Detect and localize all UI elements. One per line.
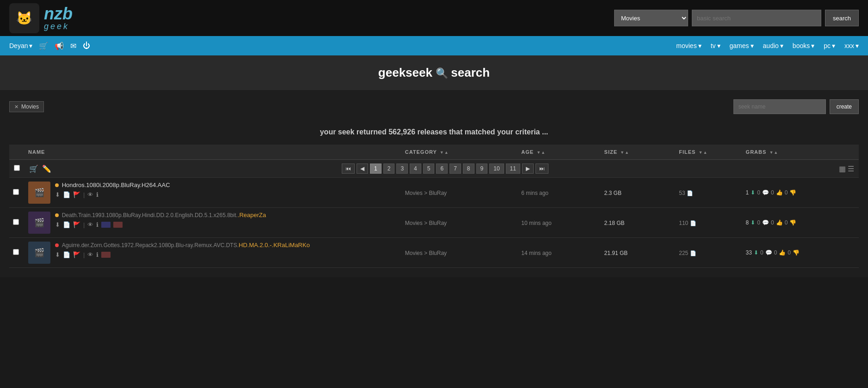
row2-name-visible[interactable]: .ReaperZa (238, 212, 266, 218)
list-view-icon[interactable]: ☰ (848, 164, 854, 173)
row2-name-cell: 🎬 Death.Train.1993.1080p.BluRay.Hindi.DD… (25, 208, 401, 238)
row1-thumbnail: 🎬 (28, 182, 50, 204)
row1-checkbox[interactable] (13, 189, 19, 195)
nav-item-audio[interactable]: audio ▾ (763, 42, 783, 49)
row3-thumb-icon[interactable]: 👁 (87, 251, 93, 258)
row2-info-icon[interactable]: ℹ (96, 221, 98, 228)
row2-age: 10 mins ago (521, 220, 551, 226)
row2-actions: ⬇ 📄 🚩 | 👁 ℹ 🇬🇧 🇮🇳 (55, 221, 398, 228)
row3-download-icon[interactable]: ⬇ (55, 251, 60, 258)
row1-thumb-icon[interactable]: 👁 (87, 191, 93, 198)
row2-file-icon: 📄 (690, 220, 696, 226)
nav-item-books[interactable]: books ▾ (793, 42, 814, 49)
filter-tag-movies[interactable]: ✕ Movies (9, 101, 44, 112)
row1-info-icon[interactable]: ℹ (96, 191, 98, 198)
user-name: Deyan (9, 42, 28, 49)
table-row: 🎬 Death.Train.1993.1080p.BluRay.Hindi.DD… (9, 208, 859, 238)
page-1-button[interactable]: 1 (370, 164, 382, 174)
row3-flag-de: 🇩🇪 (101, 252, 111, 258)
th-files[interactable]: FILES ▼▲ (675, 145, 742, 160)
page-9-button[interactable]: 9 (476, 164, 488, 174)
row1-category-cell: Movies > BluRay (401, 178, 518, 208)
row3-divider: | (83, 251, 85, 258)
user-dropdown-icon: ▾ (29, 42, 32, 49)
power-icon[interactable]: ⏻ (83, 42, 90, 50)
row1-file-icon: 📄 (687, 190, 693, 196)
grid-view-icon[interactable]: ▦ (839, 164, 846, 173)
search-input[interactable] (692, 10, 821, 26)
seek-name-input[interactable] (733, 99, 826, 114)
page-2-button[interactable]: 2 (383, 164, 395, 174)
row1-age-cell: 6 mins ago (517, 178, 600, 208)
row2-grabs-cell: 8 ⬇ 0 💬 0 👍 0 👎 (742, 208, 859, 238)
row3-category: Movies > BluRay (405, 250, 447, 256)
row2-files-cell: 110 📄 (675, 208, 742, 238)
row1-nfo-icon[interactable]: 📄 (63, 191, 70, 198)
row3-flag-icon[interactable]: 🚩 (73, 251, 80, 258)
cart-icon[interactable]: 🛒 (39, 42, 48, 50)
nav-audio-label: audio (763, 42, 779, 49)
nav-item-movies[interactable]: movies ▾ (676, 42, 701, 49)
row2-like-icon: 👍 (776, 219, 783, 226)
page-last-button[interactable]: ⏭ (536, 164, 548, 174)
th-category[interactable]: CATEGORY ▼▲ (401, 145, 518, 160)
th-age[interactable]: AGE ▼▲ (517, 145, 600, 160)
nav-item-games[interactable]: games ▾ (730, 42, 754, 49)
page-6-button[interactable]: 6 (436, 164, 448, 174)
nav-item-tv[interactable]: tv ▾ (711, 42, 720, 49)
filter-tag-remove[interactable]: ✕ (14, 104, 18, 110)
row2-thumb-icon[interactable]: 👁 (87, 221, 93, 228)
row2-checkbox[interactable] (13, 219, 19, 225)
row1-flag-icon[interactable]: 🚩 (73, 191, 80, 198)
nav-item-pc[interactable]: pc ▾ (824, 42, 835, 49)
page-8-button[interactable]: 8 (463, 164, 474, 174)
page-prev-button[interactable]: ◀ (357, 164, 368, 174)
row2-divider: | (83, 221, 85, 228)
row1-name-text[interactable]: Hondros.1080i.2008p.BluRay.H264.AAC (62, 182, 170, 188)
row3-files: 225 (679, 250, 688, 256)
row2-details: Death.Train.1993.1080p.BluRay.Hindi.DD.2… (55, 212, 398, 228)
row3-files-cell: 225 📄 (675, 238, 742, 268)
search-button[interactable]: search (825, 10, 859, 26)
page-11-button[interactable]: 11 (506, 164, 520, 174)
table-header-row: NAME CATEGORY ▼▲ AGE ▼▲ SIZE ▼▲ FILES ▼▲ (9, 145, 859, 160)
page-next-button[interactable]: ▶ (522, 164, 534, 174)
row2-nfo-icon[interactable]: 📄 (63, 221, 70, 228)
row2-comment-icon: 💬 (762, 219, 769, 226)
row3-checkbox[interactable] (13, 249, 19, 255)
row3-release-info: 🎬 Aguirre.der.Zorn.Gottes.1972.Repack2.1… (28, 242, 398, 264)
page-3-button[interactable]: 3 (396, 164, 408, 174)
th-size[interactable]: SIZE ▼▲ (601, 145, 676, 160)
create-button[interactable]: create (830, 99, 859, 114)
nav-books-arrow: ▾ (811, 42, 814, 49)
geekseek-search-icon: 🔍 (436, 67, 451, 79)
nav-tv-label: tv (711, 42, 716, 49)
row3-status-dot (55, 243, 59, 247)
page-4-button[interactable]: 4 (410, 164, 421, 174)
select-all-checkbox[interactable] (14, 165, 20, 171)
page-first-button[interactable]: ⏮ (342, 164, 355, 174)
bulk-edit-icon[interactable]: ✏️ (42, 164, 51, 173)
row1-download-icon[interactable]: ⬇ (55, 191, 60, 198)
category-select[interactable]: Movies TV Games Audio Books PC XXX (614, 10, 688, 26)
nav-item-xxx[interactable]: xxx ▾ (844, 42, 859, 49)
page-7-button[interactable]: 7 (449, 164, 461, 174)
row2-download-icon[interactable]: ⬇ (55, 221, 60, 228)
th-grabs[interactable]: GRABS ▼▲ (742, 145, 859, 160)
nav-user[interactable]: Deyan ▾ (9, 42, 32, 49)
releases-table: NAME CATEGORY ▼▲ AGE ▼▲ SIZE ▼▲ FILES ▼▲ (9, 145, 859, 268)
row3-info-icon[interactable]: ℹ (96, 251, 98, 258)
category-sort-icon: ▼▲ (440, 150, 449, 155)
mail-icon[interactable]: ✉ (70, 42, 76, 50)
megaphone-icon[interactable]: 📢 (55, 42, 64, 50)
row3-name-visible[interactable]: HD.MA.2.0.-.KRaLiMaRKo (239, 242, 310, 249)
nav-left: Deyan ▾ 🛒 📢 ✉ ⏻ (9, 42, 90, 50)
row2-flag-icon[interactable]: 🚩 (73, 221, 80, 228)
row1-divider: | (83, 191, 85, 198)
page-5-button[interactable]: 5 (423, 164, 435, 174)
row3-nfo-icon[interactable]: 📄 (63, 251, 70, 258)
row1-dislikes-count: 0 (785, 189, 788, 196)
row2-size-cell: 2.18 GB (601, 208, 676, 238)
bulk-cart-icon[interactable]: 🛒 (29, 164, 38, 173)
page-10-button[interactable]: 10 (489, 164, 504, 174)
